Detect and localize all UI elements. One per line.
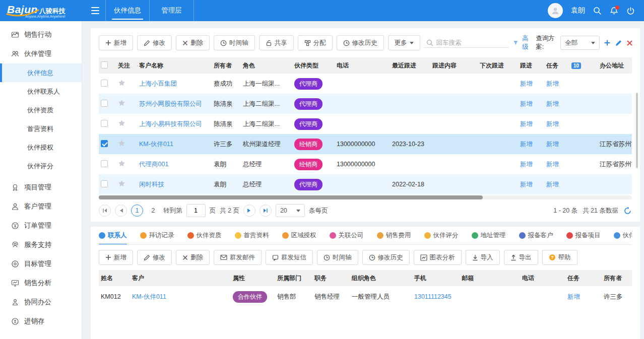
table-row[interactable]: 上海小百集团 蔡成功 上海一组渠... 代理商 新增 新增 [99, 74, 632, 94]
page-number-current[interactable]: 1 [131, 205, 143, 217]
help-button[interactable]: ? 帮助 [542, 250, 577, 265]
sidebar-item-inventory[interactable]: 进销存 [0, 312, 82, 331]
goto-page-input[interactable] [186, 204, 206, 217]
sidebar-item-partner-qualification[interactable]: 伙伴资质 [0, 101, 82, 119]
menu-toggle-icon[interactable] [85, 7, 105, 14]
prev-page-button[interactable] [115, 205, 127, 217]
query-scheme-select[interactable]: 全部 [560, 36, 600, 50]
assign-button[interactable]: 分配 [298, 35, 333, 50]
customer-name-link[interactable]: 苏州小网股份有限公司 [139, 100, 202, 107]
detail-tab-reported-customer[interactable]: 报备客户 [519, 227, 553, 245]
search-input[interactable] [436, 39, 507, 46]
star-icon[interactable] [118, 99, 125, 107]
add-follow-link[interactable]: 新增 [520, 120, 533, 127]
table-row[interactable]: 代理商001 袁朗 总经理 经销商 13000000000 新增 新增 江苏省苏… [99, 154, 632, 174]
bulk-email-button[interactable]: 群发邮件 [214, 250, 262, 265]
more-button[interactable]: 更多 [388, 35, 420, 50]
row-checkbox[interactable] [101, 140, 108, 147]
sidebar-item-partner-score[interactable]: 伙伴评分 [0, 157, 82, 175]
nav-tab-management[interactable]: 管理层 [150, 0, 194, 21]
row-checkbox[interactable] [101, 80, 108, 87]
customer-name-link[interactable]: KM-伙伴011 [139, 141, 173, 148]
detail-tab-related-company[interactable]: 关联公司 [330, 227, 364, 245]
delete-scheme-icon[interactable] [626, 40, 633, 46]
add-follow-link[interactable]: 新增 [520, 100, 533, 107]
add-follow-link[interactable]: 新增 [520, 141, 533, 148]
advanced-search-link[interactable]: 高级 [522, 34, 532, 51]
sidebar-item-project-management[interactable]: 项目管理 [0, 178, 82, 197]
sidebar-item-service-support[interactable]: 服务支持 [0, 235, 82, 254]
add-follow-link[interactable]: 新增 [520, 80, 533, 87]
add-scheme-icon[interactable] [604, 39, 611, 46]
contact-row[interactable]: KM012 KM-伙伴011 合作伙伴 销售部 销售经理 一般管理人员 1301… [99, 286, 632, 307]
last-page-button[interactable] [260, 205, 272, 217]
row-checkbox[interactable] [101, 100, 108, 107]
next-page-button[interactable] [243, 205, 255, 217]
detail-tab-partner-qualification[interactable]: 伙伴资质 [187, 227, 222, 245]
scrollbar-thumb[interactable] [99, 195, 483, 199]
add-task-link[interactable]: 新增 [546, 141, 559, 148]
sidebar-item-partner-contacts[interactable]: 伙伴联系人 [0, 82, 82, 101]
sidebar-item-sales-analysis[interactable]: 销售分析 [0, 274, 82, 293]
row-checkbox[interactable] [101, 120, 108, 127]
global-search-icon[interactable] [593, 7, 602, 15]
detail-tab-region-authorization[interactable]: 区域授权 [282, 227, 316, 245]
page-number[interactable]: 2 [147, 205, 159, 217]
horizontal-scrollbar[interactable] [99, 195, 632, 199]
star-icon[interactable] [118, 180, 125, 187]
star-icon[interactable] [118, 140, 125, 147]
edit-button[interactable]: 修改 [137, 35, 172, 50]
current-user-name[interactable]: 袁朗 [571, 6, 585, 15]
table-row[interactable]: 苏州小网股份有限公司 陈清泉 上海二组渠... 代理商 新增 新增 [99, 94, 632, 114]
add-task-link[interactable]: 新增 [546, 181, 559, 188]
edit-history-button[interactable]: 修改历史 [337, 35, 384, 50]
customer-name-link[interactable]: 上海小易科技有限公司 [139, 120, 202, 127]
detail-tab-partner-score[interactable]: 伙伴评分 [424, 227, 459, 245]
add-follow-link[interactable]: 新增 [520, 161, 533, 168]
detail-edit-history-button[interactable]: 修改历史 [362, 250, 410, 265]
refresh-icon[interactable] [623, 207, 632, 215]
star-icon[interactable] [118, 119, 125, 127]
first-page-button[interactable] [99, 205, 111, 217]
row-checkbox[interactable] [101, 160, 108, 167]
detail-tab-first-business-docs[interactable]: 首营资料 [235, 227, 269, 245]
detail-timeline-button[interactable]: 时间轴 [317, 250, 358, 265]
customer-name-link[interactable]: 代理商001 [139, 161, 168, 168]
customer-name-link[interactable]: 上海小百集团 [139, 80, 177, 87]
edit-scheme-icon[interactable] [615, 39, 622, 47]
contact-mobile-link[interactable]: 13011112345 [414, 293, 452, 300]
detail-tab-contacts[interactable]: 联系人 [99, 227, 127, 245]
detail-tab-address-management[interactable]: 地址管理 [472, 227, 506, 245]
sidebar-item-partner-authorization[interactable]: 伙伴授权 [0, 138, 82, 157]
export-button[interactable]: 导出 [504, 250, 538, 265]
add-task-link[interactable]: 新增 [546, 161, 559, 168]
select-all-checkbox[interactable] [101, 61, 108, 69]
sidebar-item-customer-management[interactable]: 客户管理 [0, 197, 82, 216]
delete-button[interactable]: 删除 [176, 35, 210, 50]
detail-tab-visit-records[interactable]: 拜访记录 [140, 227, 174, 245]
notification-bell-icon[interactable] [610, 7, 618, 15]
detail-tab-reported-project[interactable]: 报备项目 [566, 227, 601, 245]
detail-tab-sales-expense[interactable]: 销售费用 [377, 227, 411, 245]
contact-customer-link[interactable]: KM-伙伴011 [132, 293, 166, 300]
add-button[interactable]: 新增 [99, 35, 133, 50]
nav-tab-partner-info[interactable]: 伙伴信息 [105, 0, 150, 21]
row-checkbox[interactable] [101, 180, 108, 187]
filter-funnel-icon[interactable] [513, 39, 519, 46]
bulk-sms-button[interactable]: 群发短信 [266, 250, 313, 265]
sidebar-item-partner-management[interactable]: 伙伴管理 [0, 44, 82, 63]
add-task-link[interactable]: 新增 [546, 100, 559, 107]
sidebar-item-sales-action[interactable]: 销售行动 [0, 25, 82, 44]
user-avatar[interactable] [548, 3, 563, 18]
add-task-link[interactable]: 新增 [567, 293, 580, 300]
table-row[interactable]: 闲时科技 袁朗 总经理 代理商 2022-02-18 新增 新增 [99, 174, 632, 194]
detail-add-button[interactable]: 新增 [99, 250, 133, 265]
sidebar-item-first-business-docs[interactable]: 首营资料 [0, 119, 82, 138]
table-row[interactable]: 上海小易科技有限公司 陈清泉 上海二组渠... 代理商 新增 新增 [99, 114, 632, 134]
sidebar-item-collaboration[interactable]: 协同办公 [0, 293, 82, 312]
import-button[interactable]: 导入 [466, 250, 500, 265]
page-size-select[interactable]: 20 [276, 204, 305, 217]
sidebar-item-partner-info[interactable]: 伙伴信息 [0, 63, 82, 82]
add-follow-link[interactable]: 新增 [520, 181, 533, 188]
detail-edit-button[interactable]: 修改 [137, 250, 172, 265]
